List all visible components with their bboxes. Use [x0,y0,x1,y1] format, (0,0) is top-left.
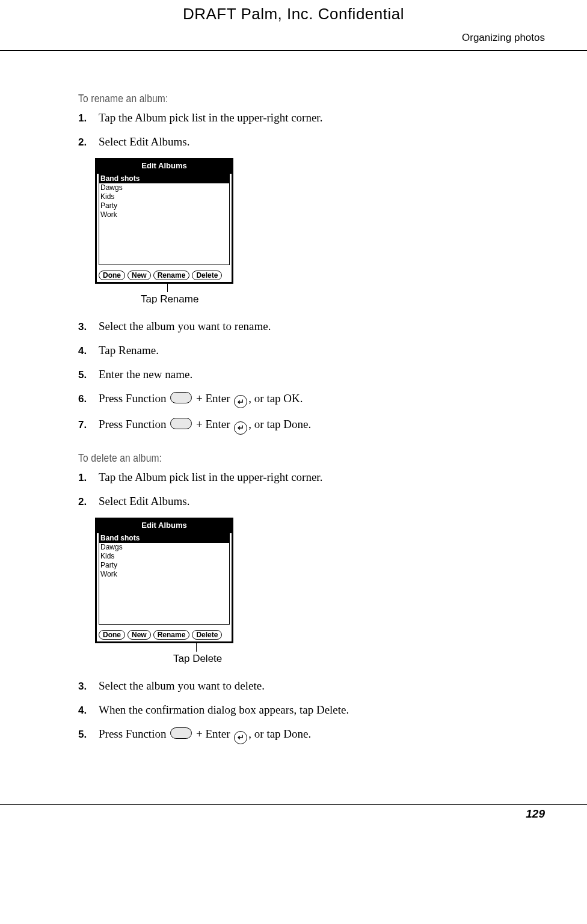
album-list[interactable]: Band shots Dawgs Kids Party Work [99,533,230,625]
step-2-2: 2.Select Edit Albums. [78,494,535,509]
figure-rename: Edit Albums Band shots Dawgs Kids Party … [95,158,535,307]
callout-tick [196,643,197,652]
function-key-icon [170,392,192,403]
list-item[interactable]: Kids [99,192,229,201]
list-item[interactable]: Work [99,210,229,219]
figure-delete: Edit Albums Band shots Dawgs Kids Party … [95,518,535,666]
album-list[interactable]: Band shots Dawgs Kids Party Work [99,174,230,265]
step-2-4: 4.When the confirmation dialog box appea… [78,702,535,718]
list-item[interactable]: Band shots [99,174,229,183]
step-1-7: 7. Press Function + Enter ↵, or tap Done… [78,417,535,435]
new-button[interactable]: New [128,630,151,640]
rename-button[interactable]: Rename [153,630,190,640]
rename-button[interactable]: Rename [153,271,190,280]
running-head: Organizing photos [42,32,545,50]
page-number: 129 [42,805,545,821]
function-key-icon [170,727,192,739]
subhead-delete: To delete an album: [78,451,453,465]
function-key-icon [170,418,192,429]
list-item[interactable]: Dawgs [99,543,229,552]
step-1-3: 3.Select the album you want to rename. [78,319,535,334]
callout-label: Tap Delete [173,653,222,665]
delete-button[interactable]: Delete [192,271,222,280]
delete-button[interactable]: Delete [192,630,222,640]
step-1-2: 2.Select Edit Albums. [78,134,535,150]
callout-label: Tap Rename [141,293,198,305]
list-item[interactable]: Work [99,570,229,579]
step-1-4: 4.Tap Rename. [78,343,535,358]
step-1-6: 6. Press Function + Enter ↵, or tap OK. [78,391,535,409]
step-2-3: 3.Select the album you want to delete. [78,678,535,694]
enter-key-icon: ↵ [234,395,247,408]
callout-tick [167,284,168,292]
list-item[interactable]: Party [99,201,229,210]
enter-key-icon: ↵ [234,421,247,435]
new-button[interactable]: New [128,271,151,280]
subhead-rename: To rename an album: [78,92,453,105]
list-item[interactable]: Party [99,561,229,570]
step-2-1: 1.Tap the Album pick list in the upper-r… [78,470,535,485]
step-1-1: 1.Tap the Album pick list in the upper-r… [78,110,535,126]
step-1-5: 5.Enter the new name. [78,367,535,382]
enter-key-icon: ↵ [234,731,247,744]
done-button[interactable]: Done [99,630,125,640]
step-2-5: 5. Press Function + Enter ↵, or tap Done… [78,726,535,744]
draft-header: DRAFT Palm, Inc. Confidential [42,0,545,32]
list-item[interactable]: Band shots [99,534,229,543]
list-item[interactable]: Kids [99,552,229,561]
list-item[interactable]: Dawgs [99,183,229,192]
dialog-title: Edit Albums [97,519,232,532]
done-button[interactable]: Done [99,271,125,280]
dialog-title: Edit Albums [97,160,232,173]
